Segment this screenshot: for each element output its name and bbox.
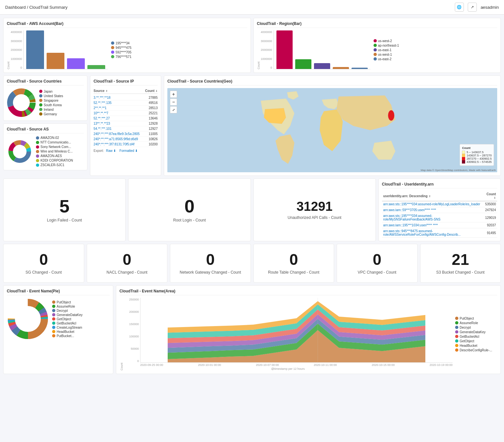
pie-area: PutObject AssumeRole Decrypt GenerateDat… [7, 298, 110, 340]
top-bar-right: 🌐 ↗ aesadmin [455, 3, 499, 12]
map-zoom-out-btn[interactable]: − [170, 98, 177, 106]
legend-item: AMAZON-02 [36, 136, 73, 140]
legend-dot [39, 90, 42, 93]
map-reset-btn[interactable]: ⤢ [170, 106, 177, 113]
identity-row: arn:aws:iam::59***3705:user/**** **** 24… [382, 207, 497, 213]
legend-dot [111, 41, 114, 45]
area-chart-container: Count 250000 200000 150000 100000 50000 … [119, 298, 497, 370]
legend-item: AssumeRole [455, 321, 497, 325]
svg-point-16 [388, 110, 395, 121]
svg-point-6 [13, 95, 29, 111]
ip-col-source: Source ⬆ [94, 89, 108, 93]
count-cell: 535000 [483, 201, 497, 207]
legend-dot [52, 326, 55, 329]
aws-bar-1 [26, 30, 44, 69]
top-bar: Dashboard / CloudTrail Summary 🌐 ↗ aesad… [0, 0, 504, 15]
legend-item: GetBucketAcl [455, 335, 497, 338]
legend-item: us-west-1 [374, 53, 412, 56]
region-bar-y-axis: 4000000 3000000 2000000 1000000 0 [261, 30, 274, 69]
row-source: CloudTrail - Source Countries Japan [3, 75, 501, 176]
arn-cell: arn:aws:iam::195***1034:user/**** **** [382, 222, 483, 228]
map-zoom-in-btn[interactable]: + [170, 91, 177, 98]
breadcrumb-page: CloudTrail Summary [29, 5, 67, 10]
vpc-changed-value: 0 [373, 252, 381, 267]
row-event-charts: CloudTrail - Event Name(Pie) PutObject [3, 285, 501, 374]
area-chart-inner: 250000 200000 150000 100000 50000 0 [123, 298, 453, 370]
region-bar-5 [352, 68, 368, 69]
ip-row: 54.**.***.10112927 [94, 126, 158, 131]
export-raw-link[interactable]: Raw ⬇ [106, 149, 116, 153]
breadcrumb-sep: / [27, 5, 28, 10]
sg-changed-label: SG Changed - Count [26, 270, 62, 275]
area-chart-svg-container [140, 298, 453, 363]
aws-bar-y-label: Count [7, 30, 10, 69]
legend-dot [374, 44, 377, 47]
globe-icon-btn[interactable]: 🌐 [455, 3, 464, 12]
legend-dot [455, 348, 458, 352]
legend-item: 430902.5 – 574535 [462, 160, 492, 164]
region-bar-panel: CloudTrail - Region(Bar) Count 4000000 3… [253, 18, 501, 73]
row-metrics1: 5 Login Failed - Count 0 Root Login - Co… [3, 178, 501, 241]
aws-bar-4 [87, 65, 105, 69]
legend-item: HeadBucket [455, 344, 497, 347]
area-x-label: @timestamp per 12 hours [123, 367, 453, 370]
legend-dot [455, 339, 458, 343]
identity-row: arn:aws:sts::195****034:assumed-role/MyS… [382, 213, 497, 222]
area-chart-body: 250000 200000 150000 100000 50000 0 [123, 298, 453, 363]
nacl-changed-value: 0 [123, 252, 131, 267]
sg-changed-value: 0 [39, 252, 48, 267]
region-bar-legend: us-west-2 ap-northeast-1 us-east-1 us-we… [374, 30, 412, 69]
user-identity-title: CloudTrail - UserIdentity.arn [382, 182, 497, 188]
arn-cell: arn:aws:sts::945***8475:assumed-role/AWS… [382, 228, 483, 238]
legend-dot [36, 164, 39, 167]
aws-bar-2 [47, 53, 64, 69]
ip-row: 2**.**.**128513 [94, 106, 158, 111]
share-icon-btn[interactable]: ↗ [468, 3, 477, 12]
root-login-value: 0 [185, 197, 195, 215]
legend-dot [36, 150, 39, 153]
legend-item: 796****571 [111, 55, 150, 59]
legend-dot [52, 317, 55, 321]
identity-row: arn:aws:iam::195***1034:user/**** **** 9… [382, 222, 497, 228]
legend-item: 195****34 [111, 41, 150, 45]
metric-unauthorized-api: 31291 Unauthorized API Calls - Count [253, 178, 376, 241]
legend-item: 143637.5 – 287270 [462, 154, 492, 157]
region-bar-y-label: Count [257, 30, 260, 69]
rt-changed-value: 0 [289, 252, 298, 267]
aws-bar-legend: 195****34 945****475 592****705 796****5… [111, 30, 150, 69]
ip-col-count: Count ⬇ [145, 89, 158, 93]
aws-account-bar-panel: CloudTrail - AWS Account(Bar) Count 4000… [3, 18, 251, 73]
source-as-title: CloudTrail - Source AS [7, 127, 84, 133]
legend-color [462, 157, 465, 160]
sort-icon: ⬇ [494, 197, 496, 199]
legend-item: NTT Communicatio... [36, 141, 73, 144]
s3-changed-value: 21 [452, 252, 469, 267]
ip-row: 52.**.***.2713646 [94, 116, 158, 121]
ip-row: 3.**.***.**1827885 [94, 95, 158, 100]
metric-vpc-changed: 0 VPC Changed - Count [337, 244, 418, 283]
legend-color [462, 151, 465, 154]
sort-icon: ⬆ [429, 195, 431, 198]
legend-item: 592****705 [111, 51, 150, 54]
donut-area: Japan United States Singapore South Kore… [7, 88, 84, 117]
region-bar-4 [333, 67, 349, 69]
legend-dot [52, 309, 55, 312]
legend-color [462, 160, 465, 164]
area-x-axis: 2020-09-25 00:00 2020-10-01 00:00 2020-1… [123, 363, 453, 367]
legend-dot [39, 103, 42, 107]
legend-item: ZSCALER-SJC1 [36, 163, 73, 167]
sort-icon: ⬇ [155, 90, 158, 93]
export-formatted-link[interactable]: Formatted ⬇ [119, 149, 138, 153]
legend-dot [374, 48, 377, 51]
breadcrumb-home[interactable]: Dashboard [5, 5, 26, 10]
geo-title: CloudTrail - Source Countries(Geo) [167, 79, 497, 85]
identity-col-count: Count ⬇ [483, 191, 497, 201]
legend-item: AMAZON-AES [36, 154, 73, 158]
legend-dot [374, 57, 377, 61]
legend-dot [455, 321, 458, 324]
legend-item: Wire and Wireless C... [36, 150, 73, 153]
legend-dot [111, 51, 114, 54]
area-legend: PutObject AssumeRole Decrypt GenerateDat… [455, 298, 497, 370]
legend-color [462, 154, 465, 157]
legend-dot [52, 313, 55, 316]
